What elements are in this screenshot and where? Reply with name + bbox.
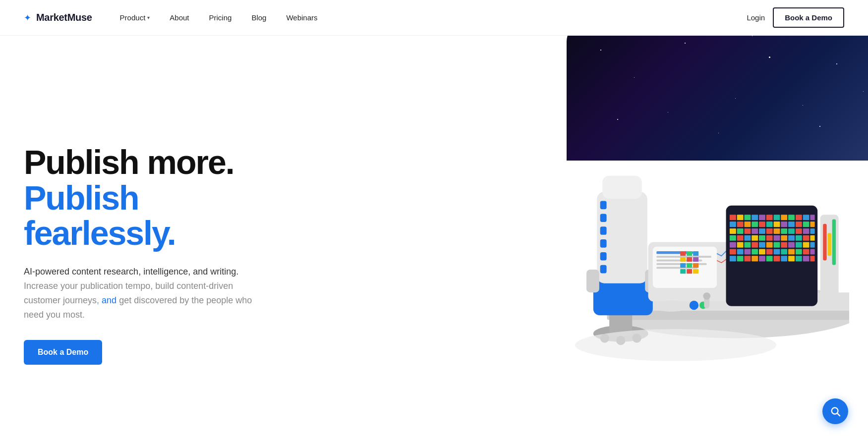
svg-rect-72 (796, 228, 802, 234)
book-demo-hero-button[interactable]: Book a Demo (24, 340, 102, 365)
hero-description: AI-powered content research, intelligenc… (24, 265, 262, 322)
svg-rect-115 (759, 256, 765, 261)
svg-rect-64 (737, 228, 744, 234)
illustration-wrapper (502, 42, 868, 413)
svg-rect-86 (810, 235, 814, 241)
svg-rect-112 (737, 256, 744, 261)
svg-rect-13 (600, 239, 607, 248)
svg-rect-120 (796, 256, 802, 261)
svg-rect-49 (803, 215, 810, 220)
svg-rect-75 (730, 235, 736, 241)
svg-rect-99 (730, 249, 736, 254)
svg-rect-34 (693, 263, 698, 268)
svg-rect-109 (803, 249, 810, 254)
svg-rect-85 (803, 235, 810, 241)
svg-rect-116 (766, 256, 773, 261)
svg-rect-45 (774, 215, 780, 220)
svg-rect-101 (744, 249, 751, 254)
svg-rect-16 (602, 176, 641, 199)
svg-rect-125 (827, 233, 831, 256)
svg-rect-113 (744, 256, 751, 261)
hero-desc-fade: Increase your publication tempo, build c… (24, 281, 252, 320)
book-demo-nav-button[interactable]: Book a Demo (773, 7, 844, 28)
svg-rect-65 (744, 228, 751, 234)
svg-rect-37 (693, 269, 698, 274)
svg-rect-71 (788, 228, 795, 234)
svg-rect-114 (752, 256, 758, 261)
svg-rect-57 (774, 222, 780, 227)
svg-rect-54 (752, 222, 758, 227)
svg-rect-96 (796, 242, 802, 248)
nav-pricing[interactable]: Pricing (201, 9, 240, 26)
svg-rect-11 (600, 214, 607, 222)
svg-rect-100 (737, 249, 744, 254)
svg-rect-80 (766, 235, 773, 241)
svg-rect-70 (781, 228, 787, 234)
svg-rect-106 (781, 249, 787, 254)
svg-rect-10 (600, 201, 607, 210)
svg-rect-42 (752, 215, 758, 220)
svg-rect-41 (744, 215, 751, 220)
svg-rect-51 (730, 222, 736, 227)
svg-rect-79 (759, 235, 765, 241)
svg-rect-50 (810, 215, 814, 220)
svg-rect-62 (810, 222, 814, 227)
nav-product[interactable]: Product ▾ (112, 9, 158, 26)
nav-about[interactable]: About (162, 9, 197, 26)
hero-svg-illustration (502, 91, 849, 388)
svg-rect-89 (744, 242, 751, 248)
svg-rect-30 (687, 257, 692, 262)
svg-rect-52 (737, 222, 744, 227)
svg-rect-63 (730, 228, 736, 234)
svg-rect-94 (781, 242, 787, 248)
nav-webinars[interactable]: Webinars (278, 9, 325, 26)
hero-title-line2: Publish fearlessly. (24, 180, 282, 251)
chevron-down-icon: ▾ (147, 15, 150, 20)
svg-rect-121 (803, 256, 810, 261)
svg-rect-26 (680, 251, 686, 256)
nav-blog[interactable]: Blog (243, 9, 274, 26)
svg-rect-14 (600, 252, 607, 261)
svg-rect-108 (796, 249, 802, 254)
svg-rect-98 (810, 242, 814, 248)
svg-point-132 (575, 329, 776, 361)
svg-rect-90 (752, 242, 758, 248)
svg-rect-69 (774, 228, 780, 234)
svg-rect-95 (788, 242, 795, 248)
logo[interactable]: ✦ MarketMuse (24, 12, 92, 23)
svg-rect-55 (759, 222, 765, 227)
svg-rect-61 (803, 222, 810, 227)
svg-rect-118 (781, 256, 787, 261)
login-link[interactable]: Login (747, 13, 765, 22)
svg-rect-48 (796, 215, 802, 220)
svg-rect-47 (788, 215, 795, 220)
svg-rect-12 (600, 226, 607, 235)
svg-rect-67 (759, 228, 765, 234)
svg-rect-73 (803, 228, 810, 234)
svg-rect-60 (796, 222, 802, 227)
svg-rect-32 (680, 263, 686, 268)
svg-rect-110 (810, 249, 814, 254)
svg-rect-44 (766, 215, 773, 220)
svg-rect-66 (752, 228, 758, 234)
search-fab-button[interactable] (822, 398, 848, 424)
svg-rect-97 (803, 242, 810, 248)
svg-rect-28 (693, 251, 698, 256)
logo-text: MarketMuse (36, 12, 92, 23)
svg-rect-81 (774, 235, 780, 241)
svg-rect-36 (687, 269, 692, 274)
svg-rect-111 (730, 256, 736, 261)
svg-rect-82 (781, 235, 787, 241)
svg-line-134 (837, 413, 840, 416)
svg-rect-46 (781, 215, 787, 220)
svg-rect-84 (796, 235, 802, 241)
svg-rect-88 (737, 242, 744, 248)
svg-rect-58 (781, 222, 787, 227)
svg-rect-93 (774, 242, 780, 248)
svg-rect-87 (730, 242, 736, 248)
svg-rect-59 (788, 222, 795, 227)
svg-rect-74 (810, 228, 814, 234)
svg-rect-77 (744, 235, 751, 241)
svg-rect-103 (759, 249, 765, 254)
svg-rect-104 (766, 249, 773, 254)
